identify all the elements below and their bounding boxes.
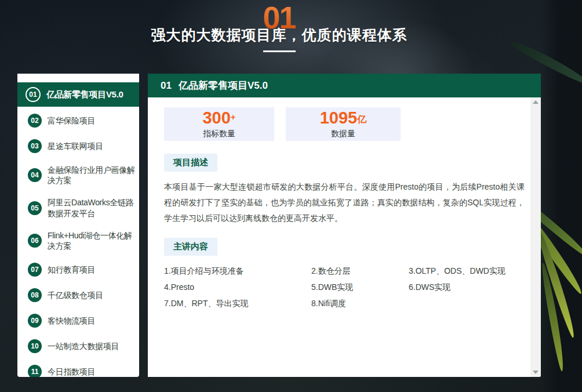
project-number-badge: 08 xyxy=(28,288,42,302)
project-number-badge: 05 xyxy=(28,201,42,215)
sidebar-item-project-03[interactable]: 03 星途车联网项目 xyxy=(17,133,139,159)
stat-metric-count: 300+ 指标数量 xyxy=(164,107,274,141)
topic-item: 6.DWS实现 xyxy=(409,282,523,293)
sidebar-item-project-07[interactable]: 07 知行教育项目 xyxy=(17,257,139,282)
project-sidebar: 01 亿品新零售项目V5.0 02 富华保险项目 03 星途车联网项目 04 金… xyxy=(17,74,139,377)
project-number-badge: 02 xyxy=(28,114,42,128)
sidebar-item-project-09[interactable]: 09 客快物流项目 xyxy=(17,308,139,333)
stat-label: 数据量 xyxy=(331,129,355,139)
panel-header: 01 亿品新零售项目V5.0 xyxy=(148,74,541,97)
topic-item: 2.数仓分层 xyxy=(311,266,409,277)
project-number-badge: 10 xyxy=(28,339,42,353)
sidebar-item-label: 亿品新零售项目V5.0 xyxy=(46,89,123,100)
sidebar-item-label: 知行教育项目 xyxy=(48,264,95,275)
stat-value: 1095 xyxy=(320,108,358,127)
project-number-badge: 04 xyxy=(28,168,42,182)
sidebar-item-project-05[interactable]: 05 阿里云DataWorks全链路数据开发平台 xyxy=(17,191,139,224)
sidebar-item-label: Flink+Hudi湖仓一体化解决方案 xyxy=(48,230,137,251)
panel-header-title: 亿品新零售项目V5.0 xyxy=(179,79,268,92)
sidebar-item-label: 一站制造大数据项目 xyxy=(48,341,119,351)
sidebar-item-project-06[interactable]: 06 Flink+Hudi湖仓一体化解决方案 xyxy=(17,224,139,257)
sidebar-item-label: 富华保险项目 xyxy=(48,115,95,126)
stat-suffix: 亿 xyxy=(357,114,366,124)
topic-item: 1.项目介绍与环境准备 xyxy=(164,266,311,277)
sidebar-item-project-08[interactable]: 08 千亿级数仓项目 xyxy=(17,282,139,308)
sidebar-item-project-10[interactable]: 10 一站制造大数据项目 xyxy=(17,333,139,359)
sidebar-item-label: 今日指数项目 xyxy=(48,366,95,377)
sidebar-item-project-02[interactable]: 02 富华保险项目 xyxy=(17,108,139,133)
sidebar-item-label: 阿里云DataWorks全链路数据开发平台 xyxy=(48,197,137,218)
project-number-badge: 07 xyxy=(28,263,42,277)
description-section-heading: 项目描述 xyxy=(164,154,217,172)
sidebar-item-label: 客快物流项目 xyxy=(48,315,95,326)
topic-item: 8.Nifi调度 xyxy=(311,299,409,309)
stats-row: 300+ 指标数量 1095亿 数据量 xyxy=(164,107,523,141)
page-background: 01 强大的大数据项目库，优质的课程体系 01 亿品新零售项目V5.0 02 富… xyxy=(0,0,582,392)
topics-grid: 1.项目介绍与环境准备 2.数仓分层 3.OLTP、ODS、DWD实现 4.Pr… xyxy=(164,266,523,309)
stat-label: 指标数量 xyxy=(203,129,235,139)
stat-value: 300 xyxy=(202,108,230,127)
project-number-badge: 01 xyxy=(26,87,41,102)
stat-data-volume: 1095亿 数据量 xyxy=(286,107,401,141)
project-number-badge: 11 xyxy=(28,365,42,377)
panel-header-number: 01 xyxy=(161,80,172,92)
sidebar-item-project-11[interactable]: 11 今日指数项目 xyxy=(17,359,139,377)
sidebar-item-label: 金融保险行业用户画像解决方案 xyxy=(48,165,137,186)
panel-body: 300+ 指标数量 1095亿 数据量 项目描述 本项目基于一家大型连锁超市研发… xyxy=(148,97,530,377)
topic-item: 5.DWB实现 xyxy=(311,282,409,293)
topics-section-heading: 主讲内容 xyxy=(164,238,217,256)
topic-item: 4.Presto xyxy=(164,282,311,293)
scroll-down-icon[interactable] xyxy=(533,371,539,374)
page-title: 强大的大数据项目库，优质的课程体系 xyxy=(17,26,541,45)
project-description-text: 本项目基于一家大型连锁超市研发的大数据分析平台。深度使用Presto的项目，为后… xyxy=(164,179,525,226)
title-underline xyxy=(263,50,296,52)
topic-item: 7.DM、RPT、导出实现 xyxy=(164,299,311,309)
panel-scrollbar[interactable] xyxy=(530,97,541,377)
sidebar-item-project-01[interactable]: 01 亿品新零售项目V5.0 xyxy=(17,82,139,107)
scroll-up-icon[interactable] xyxy=(533,100,539,104)
hero-section: 01 强大的大数据项目库，优质的课程体系 xyxy=(17,0,541,64)
project-number-badge: 09 xyxy=(28,314,42,328)
stat-suffix: + xyxy=(231,112,236,122)
sidebar-item-label: 千亿级数仓项目 xyxy=(48,290,103,300)
sidebar-item-label: 星途车联网项目 xyxy=(48,141,103,151)
project-number-badge: 03 xyxy=(28,139,42,153)
topic-item: 3.OLTP、ODS、DWD实现 xyxy=(409,266,523,277)
project-number-badge: 06 xyxy=(28,234,42,248)
project-detail-panel: 01 亿品新零售项目V5.0 300+ 指标数量 1095亿 数据量 项目描述 … xyxy=(148,74,541,377)
sidebar-item-project-04[interactable]: 04 金融保险行业用户画像解决方案 xyxy=(17,159,139,191)
